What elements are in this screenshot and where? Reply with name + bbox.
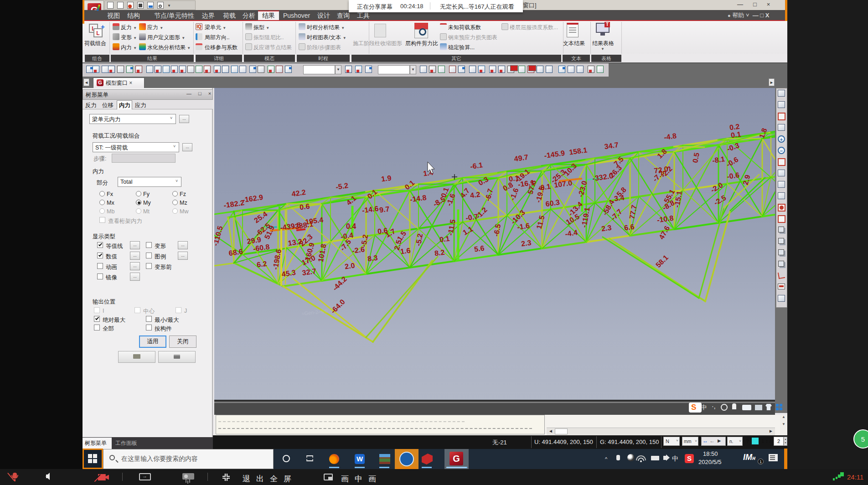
- svg-text:0.1: 0.1: [730, 130, 741, 139]
- svg-text:0.1: 0.1: [439, 235, 450, 244]
- svg-text:0.5: 0.5: [691, 152, 701, 164]
- svg-text:6.2: 6.2: [256, 260, 267, 269]
- svg-text:-10.8: -10.8: [656, 214, 674, 224]
- svg-text:-2.5: -2.5: [713, 194, 727, 207]
- svg-text:-14.8: -14.8: [409, 194, 427, 204]
- svg-text:8.3: 8.3: [367, 254, 378, 263]
- svg-text:-145.9: -145.9: [544, 149, 565, 160]
- svg-text:≈Gen-2⌐5©: ≈Gen-2⌐5©: [301, 308, 328, 316]
- svg-text:47.6: 47.6: [657, 224, 671, 241]
- svg-text:4.7: 4.7: [459, 186, 471, 199]
- svg-text:0.4: 0.4: [346, 222, 356, 230]
- svg-text:-162.9: -162.9: [242, 193, 264, 204]
- svg-text:158.1: 158.1: [568, 146, 588, 156]
- svg-text:-64.0: -64.0: [329, 298, 346, 315]
- svg-text:2.0: 2.0: [344, 262, 355, 271]
- svg-text:2.3: 2.3: [521, 239, 532, 248]
- svg-text:2.3: 2.3: [601, 224, 612, 233]
- svg-text:-6.1: -6.1: [470, 161, 483, 170]
- svg-text:49.7: 49.7: [514, 153, 529, 163]
- svg-text:195.4: 195.4: [305, 216, 324, 226]
- svg-text:-182.2: -182.2: [223, 199, 245, 209]
- svg-text:-2.0: -2.0: [709, 181, 724, 194]
- svg-text:-0.6: -0.6: [726, 171, 740, 181]
- svg-text:-1.6: -1.6: [517, 222, 530, 231]
- svg-text:1.6: 1.6: [400, 247, 411, 256]
- svg-text:4.1: 4.1: [345, 194, 357, 206]
- svg-text:0.3: 0.3: [477, 175, 490, 187]
- svg-text:32.7: 32.7: [302, 267, 317, 277]
- svg-text:1.9: 1.9: [381, 174, 392, 183]
- svg-text:4.2: 4.2: [470, 191, 480, 200]
- svg-text:-5.2: -5.2: [360, 234, 370, 248]
- svg-text:6.6: 6.6: [624, 223, 635, 232]
- svg-text:42.2: 42.2: [291, 188, 306, 198]
- svg-text:8.2: 8.2: [434, 248, 445, 258]
- svg-text:101.8: 101.8: [317, 243, 328, 263]
- svg-text:-110.5: -110.5: [214, 225, 224, 247]
- svg-text:-8.1: -8.1: [712, 155, 725, 165]
- svg-text:-4.8: -4.8: [663, 132, 677, 141]
- svg-text:60.3: 60.3: [545, 198, 560, 208]
- svg-text:-11.5: -11.5: [446, 219, 457, 236]
- svg-text:-0.1: -0.1: [537, 182, 551, 192]
- svg-text:-4.4: -4.4: [564, 228, 578, 238]
- svg-text:45.3: 45.3: [281, 268, 296, 278]
- svg-text:34.7: 34.7: [604, 141, 619, 150]
- svg-text:-6.5: -6.5: [492, 223, 502, 237]
- svg-text:11.5: 11.5: [535, 215, 546, 230]
- svg-text:0.6: 0.6: [299, 202, 310, 212]
- svg-text:-5.2: -5.2: [335, 181, 349, 191]
- svg-text:58.1: 58.1: [654, 253, 670, 269]
- svg-text:5.6: 5.6: [474, 244, 485, 253]
- svg-text:-6.7: -6.7: [484, 188, 495, 202]
- svg-text:9.7: 9.7: [379, 205, 390, 214]
